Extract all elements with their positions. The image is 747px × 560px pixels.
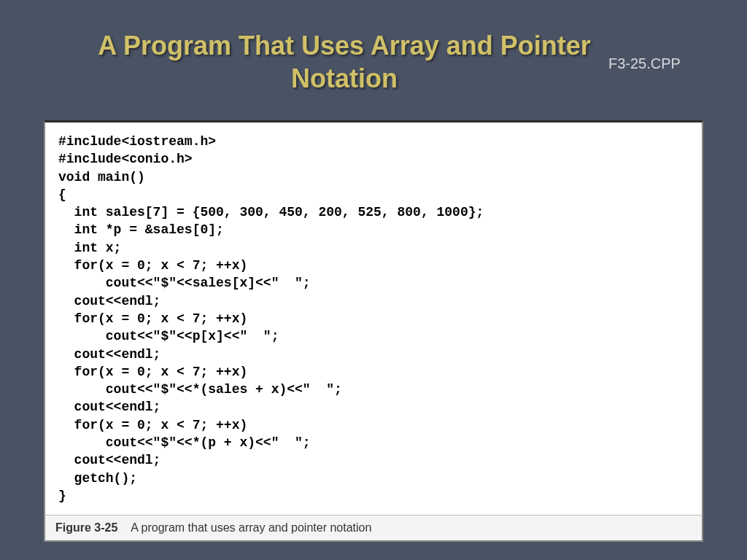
caption-text: A program that uses array and pointer no… xyxy=(131,521,371,534)
slide-title: A Program That Uses Array and Pointer No… xyxy=(22,29,608,95)
filename-label: F3-25.CPP xyxy=(608,52,725,72)
code-block: #include<iostream.h> #include<conio.h> v… xyxy=(45,122,702,515)
code-container: #include<iostream.h> #include<conio.h> v… xyxy=(44,120,703,515)
figure-caption: Figure 3-25A program that uses array and… xyxy=(44,515,703,542)
header-row: A Program That Uses Array and Pointer No… xyxy=(0,0,747,102)
caption-label: Figure 3-25 xyxy=(55,521,117,534)
slide: A Program That Uses Array and Pointer No… xyxy=(0,0,747,560)
